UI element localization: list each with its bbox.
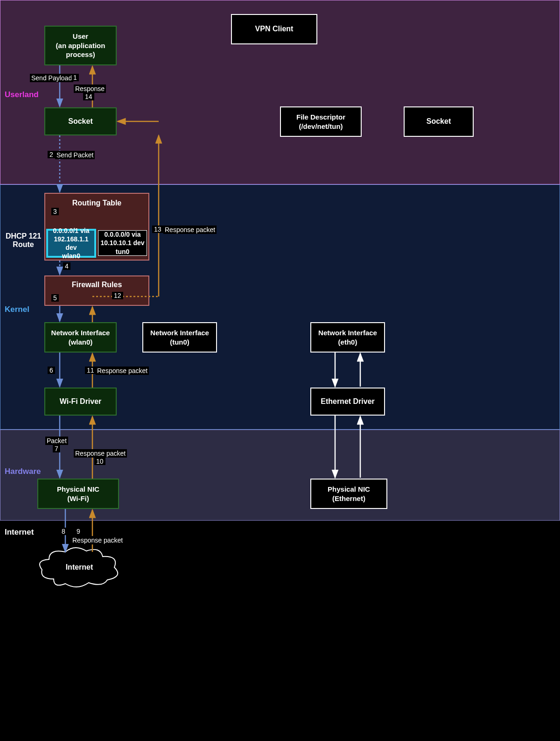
route-active-box: 0.0.0.0/1 via192.168.1.1 devwlan0 <box>46 229 96 258</box>
nic-wifi-box: Physical NIC(Wi-Fi) <box>37 479 119 509</box>
label-packet-7: Packet <box>45 437 68 445</box>
userland-label: Userland <box>5 90 39 99</box>
step-7: 7 <box>53 445 60 452</box>
step-2: 2 <box>48 151 55 158</box>
label-response: Response <box>74 85 106 93</box>
kernel-label: Kernel <box>5 305 29 314</box>
internet-cloud-label: Internet <box>66 563 93 572</box>
step-5: 5 <box>51 294 59 302</box>
step-10: 10 <box>94 458 105 465</box>
step-1: 1 <box>71 74 79 81</box>
step-9: 9 <box>75 528 82 535</box>
label-send-packet: Send Packet <box>55 151 95 159</box>
label-resp-9: Response packet <box>71 536 124 544</box>
nic-eth-box: Physical NIC(Ethernet) <box>310 479 387 509</box>
step-11: 11 <box>85 367 96 374</box>
wifi-driver-box: Wi-Fi Driver <box>44 388 117 416</box>
file-descriptor-box: File Descriptor(/dev/net/tun) <box>280 106 362 137</box>
internet-cloud: Internet <box>37 546 121 588</box>
step-12: 12 <box>112 292 123 299</box>
eth-driver-box: Ethernet Driver <box>310 388 385 416</box>
label-resp-10: Response packet <box>74 449 127 458</box>
vpn-client-box: VPN Client <box>231 14 317 44</box>
step-13: 13 <box>152 226 163 233</box>
step-6: 6 <box>48 367 55 374</box>
user-process-box: User(an applicationprocess) <box>44 26 117 65</box>
hardware-label: Hardware <box>5 467 41 476</box>
routing-table-label: Routing Table <box>72 198 121 208</box>
socket-left-box: Socket <box>44 107 117 135</box>
step-8: 8 <box>60 528 67 535</box>
label-resp-13: Response packet <box>163 226 217 234</box>
firewall-label: Firewall Rules <box>72 280 122 290</box>
socket-right-box: Socket <box>404 106 474 137</box>
if-eth0-box: Network Interface(eth0) <box>310 322 385 353</box>
label-resp-11: Response packet <box>96 367 149 375</box>
label-send-payload: Send Payload <box>30 74 73 82</box>
internet-label: Internet <box>5 528 34 537</box>
if-tun0-box: Network Interface(tun0) <box>142 322 217 353</box>
route-inactive-box: 0.0.0.0/0 via10.10.10.1 devtun0 <box>98 230 147 256</box>
if-wlan0-box: Network Interface(wlan0) <box>44 322 117 353</box>
firewall-box: Firewall Rules <box>44 275 149 306</box>
dhcp-side-label: DHCP 121Route <box>5 232 42 249</box>
step-3: 3 <box>51 208 59 215</box>
step-4: 4 <box>63 262 70 270</box>
step-14: 14 <box>83 93 94 100</box>
